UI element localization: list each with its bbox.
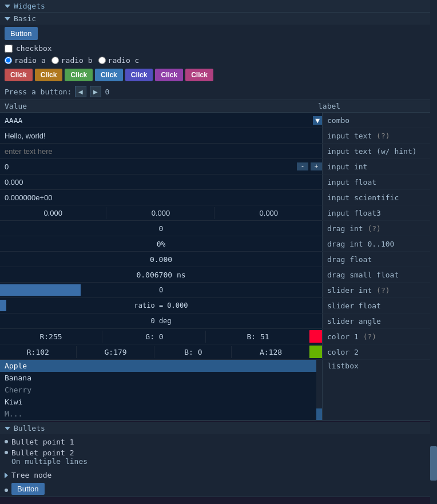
listbox-item-cherry[interactable]: Cherry [0,384,316,396]
radio-c-input[interactable] [98,57,106,64]
tree-node-label: Tree node [11,471,51,479]
drag-int-100-value[interactable]: 0% [0,236,323,251]
col-label: label [318,102,432,110]
bullet-item-2: Bullet point 2 On multiple lines [5,447,432,467]
slider-float-label: slider float [323,300,437,312]
input-int-field[interactable] [0,161,295,173]
click-btn-4[interactable]: Click [125,69,153,81]
input-int-minus[interactable]: - [297,162,308,170]
basic-label: Basic [14,14,36,23]
bullet-text-2-container: Bullet point 2 On multiple lines [11,449,88,466]
color1-value[interactable]: R:255 G: 0 B: 51 [0,329,323,344]
listbox-scrollbar[interactable] [316,360,322,420]
float3-x[interactable] [0,207,106,219]
widgets-triangle [5,5,10,8]
color1-row: R:255 G: 0 B: 51 color 1 (?) [0,329,437,344]
bullet-text-1: Bullet point 1 [11,438,74,446]
drag-float-value[interactable]: 0.000 [0,252,323,267]
bullets-label: Bullets [14,424,45,432]
drag-int-value[interactable]: 0 [0,221,323,236]
color2-swatch[interactable] [309,346,322,358]
click-btn-6[interactable]: Click [185,69,213,81]
bottom-button[interactable]: Button [11,483,45,495]
checkbox-input[interactable] [5,45,13,53]
input-int-plus[interactable]: + [311,162,322,170]
color2-r: R:102 [0,346,77,358]
col-value: Value [5,102,318,110]
drag-float-row: 0.000 drag float [0,252,437,267]
bottom-bullet-row: Button [0,481,437,497]
listbox-value[interactable]: Apple Banana Cherry Kiwi M... [0,360,323,420]
radio-c-label: radio c [108,56,140,65]
combo-value[interactable]: AAAA ▼ [0,113,323,128]
drag-small-float-value[interactable]: 0.006700 ns [0,267,323,282]
color1-g: G: 0 [104,331,206,343]
press-next-btn[interactable]: ▶ [90,86,101,97]
bullet-subtext-2: On multiple lines [11,457,88,466]
input-int-label: input int [323,161,437,173]
radio-a-input[interactable] [5,57,12,64]
drag-int-100-label: drag int 0..100 [323,238,437,250]
bullets-section: Bullets Bullet point 1 Bullet point 2 On… [0,422,437,497]
input-float-row: input float [0,174,437,190]
combo-row: AAAA ▼ combo [0,113,437,128]
bullet-item-1: Bullet point 1 [5,436,432,447]
click-btn-2[interactable]: Click [65,69,93,81]
slider-angle-value[interactable]: 0 deg [0,313,323,328]
slider-float-row: ratio = 0.000 slider float [0,298,437,313]
listbox-item-mango[interactable]: M... [0,408,316,420]
right-scrollbar[interactable] [430,0,437,504]
color1-label: color 1 (?) [323,331,437,343]
click-btn-5[interactable]: Click [155,69,183,81]
color2-row: R:102 G:179 B: 0 A:128 color 2 [0,344,437,360]
input-sci-row: input scientific [0,190,437,205]
basic-button[interactable]: Button [5,27,38,40]
press-row: Press a button: ◀ ▶ 0 [0,84,437,100]
input-float-value[interactable] [0,174,323,189]
button-row: Button [0,25,437,42]
color2-value[interactable]: R:102 G:179 B: 0 A:128 [0,344,323,359]
input-float3-row: input float3 [0,205,437,221]
color1-r: R:255 [0,331,102,343]
listbox-item-apple[interactable]: Apple [0,360,316,372]
click-btn-1[interactable]: Click [35,69,63,81]
input-hint-value[interactable] [0,144,323,158]
input-float3-value [0,205,323,220]
combo-arrow[interactable]: ▼ [313,116,322,125]
bullets-header: Bullets [0,422,437,434]
input-text-field[interactable] [5,132,317,140]
input-sci-field[interactable] [5,193,317,202]
input-text-row: input text (?) [0,128,437,144]
listbox-item-banana[interactable]: Banana [0,372,316,384]
float3-z[interactable] [216,207,322,219]
input-sci-value[interactable] [0,190,323,205]
slider-float-value[interactable]: ratio = 0.000 [0,298,323,313]
scrollbar-thumb[interactable] [430,446,437,481]
tree-node-row: Tree node [0,469,437,481]
bullet-dot-2 [5,451,8,454]
color1-swatch[interactable] [309,330,322,343]
combo-label: combo [323,114,437,126]
input-text-value[interactable] [0,128,323,143]
bullet-text-2: Bullet point 2 [11,449,88,457]
color2-label: color 2 [323,346,437,358]
color2-a: A:128 [233,346,309,358]
color2-g: G:179 [78,346,154,358]
press-value: 0 [105,88,109,96]
input-sci-label: input scientific [323,192,437,204]
table-header: Value label [0,100,437,113]
tree-node-arrow[interactable] [5,473,8,478]
slider-int-value[interactable]: 0 [0,283,323,297]
click-btn-0[interactable]: Click [5,69,33,81]
listbox-item-kiwi[interactable]: Kiwi [0,396,316,408]
basic-header: Basic [0,13,437,25]
input-hint-field[interactable] [5,147,317,156]
radio-b-input[interactable] [51,57,59,64]
press-prev-btn[interactable]: ◀ [75,86,86,97]
float3-y[interactable] [108,207,214,219]
drag-int-row: 0 drag int (?) [0,221,437,236]
radio-b: radio b [51,56,93,65]
input-float-field[interactable] [5,178,317,186]
click-btn-3[interactable]: Click [95,69,123,81]
widgets-title: Widgets [14,2,45,10]
